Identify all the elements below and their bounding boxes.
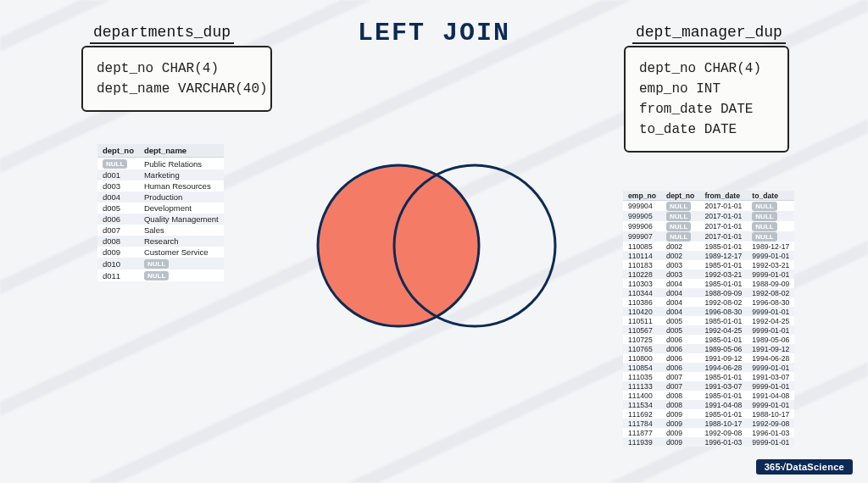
table-row: 110511d0051985-01-011992-04-25 xyxy=(623,316,794,325)
col-header: dept_no xyxy=(661,191,699,201)
table-row: d008Research xyxy=(97,236,224,247)
cell: 1985-01-01 xyxy=(699,316,747,325)
cell: NULL xyxy=(747,211,794,221)
cell: d005 xyxy=(661,325,699,335)
left-schema-name: departments_dup xyxy=(90,24,234,44)
cell: d003 xyxy=(661,260,699,269)
cell: Quality Management xyxy=(139,214,224,225)
cell: 1992-08-02 xyxy=(699,297,747,307)
cell: 1992-09-08 xyxy=(699,428,747,437)
cell: NULL xyxy=(661,221,699,231)
cell: 2017-01-01 xyxy=(699,221,747,231)
table-row: 110386d0041992-08-021996-08-30 xyxy=(623,297,794,307)
cell: d004 xyxy=(661,279,699,288)
cell: 1988-10-17 xyxy=(747,409,794,419)
cell: 110854 xyxy=(623,363,661,372)
cell: 1991-04-08 xyxy=(699,400,747,409)
cell: 111400 xyxy=(623,391,661,400)
right-schema-col: to_date DATE xyxy=(639,122,774,137)
cell: d008 xyxy=(661,391,699,400)
cell: d001 xyxy=(97,169,139,180)
cell: d006 xyxy=(661,363,699,372)
cell: 1985-01-01 xyxy=(699,242,747,251)
table-row: 999906NULL2017-01-01NULL xyxy=(623,221,794,231)
cell: 1991-03-07 xyxy=(699,381,747,391)
cell: 1992-03-21 xyxy=(699,269,747,279)
cell: 9999-01-01 xyxy=(747,269,794,279)
cell: 110303 xyxy=(623,279,661,288)
cell: d004 xyxy=(97,192,139,203)
table-row: 111877d0091992-09-081996-01-03 xyxy=(623,428,794,437)
cell: NULL xyxy=(97,158,139,170)
cell: NULL xyxy=(661,231,699,242)
cell: 110511 xyxy=(623,316,661,325)
null-pill: NULL xyxy=(752,202,776,211)
table-row: 110114d0021989-12-179999-01-01 xyxy=(623,251,794,260)
cell: 110183 xyxy=(623,260,661,269)
left-schema-box: dept_no CHAR(4) dept_name VARCHAR(40) xyxy=(81,46,272,112)
cell: 1996-01-03 xyxy=(747,428,794,437)
cell: 999904 xyxy=(623,201,661,212)
table-row: 110725d0061985-01-011989-05-06 xyxy=(623,335,794,344)
cell: NULL xyxy=(747,231,794,242)
cell: 1985-01-01 xyxy=(699,279,747,288)
left-schema-col: dept_no CHAR(4) xyxy=(97,61,257,76)
cell: 2017-01-01 xyxy=(699,211,747,221)
cell: 9999-01-01 xyxy=(747,400,794,409)
cell: 110085 xyxy=(623,242,661,251)
table-row: 110303d0041985-01-011988-09-09 xyxy=(623,279,794,288)
cell: 1992-04-25 xyxy=(699,325,747,335)
table-row: 110420d0041996-08-309999-01-01 xyxy=(623,307,794,316)
cell: d006 xyxy=(661,335,699,344)
right-schema-col: dept_no CHAR(4) xyxy=(639,61,774,76)
cell: 9999-01-01 xyxy=(747,307,794,316)
cell: 1991-03-07 xyxy=(747,372,794,381)
table-row: 110085d0021985-01-011989-12-17 xyxy=(623,242,794,251)
watermark-badge: 365√DataScience xyxy=(756,459,853,475)
cell: 1985-01-01 xyxy=(699,335,747,344)
cell: d002 xyxy=(661,242,699,251)
cell: NULL xyxy=(747,221,794,231)
null-pill: NULL xyxy=(666,222,691,231)
right-schema-col: from_date DATE xyxy=(639,102,774,117)
table-row: d004Production xyxy=(97,192,224,203)
cell: 1985-01-01 xyxy=(699,372,747,381)
col-header: dept_name xyxy=(139,144,224,158)
table-row: d011NULL xyxy=(97,269,224,281)
cell: NULL xyxy=(747,201,794,212)
cell: d009 xyxy=(97,247,139,258)
cell: NULL xyxy=(139,269,224,281)
cell: d007 xyxy=(661,372,699,381)
cell: 110765 xyxy=(623,344,661,353)
cell: NULL xyxy=(661,211,699,221)
null-pill: NULL xyxy=(666,232,691,242)
cell: 1992-04-25 xyxy=(747,316,794,325)
cell: 1991-09-12 xyxy=(699,353,747,363)
table-row: 110765d0061989-05-061991-09-12 xyxy=(623,344,794,353)
cell: 999907 xyxy=(623,231,661,242)
cell: 9999-01-01 xyxy=(747,325,794,335)
table-row: 999904NULL2017-01-01NULL xyxy=(623,201,794,212)
null-pill: NULL xyxy=(144,259,169,269)
cell: 1988-09-09 xyxy=(747,279,794,288)
table-row: 110800d0061991-09-121994-06-28 xyxy=(623,353,794,363)
cell: 111692 xyxy=(623,409,661,419)
right-schema-col: emp_no INT xyxy=(639,81,774,97)
table-row: 110344d0041988-09-091992-08-02 xyxy=(623,288,794,297)
null-pill: NULL xyxy=(752,232,776,242)
venn-diagram xyxy=(297,153,568,339)
cell: 111534 xyxy=(623,400,661,409)
table-row: 999907NULL2017-01-01NULL xyxy=(623,231,794,242)
cell: 1992-08-02 xyxy=(747,288,794,297)
table-row: 111400d0081985-01-011991-04-08 xyxy=(623,391,794,400)
cell: 9999-01-01 xyxy=(747,381,794,391)
table-row: d005Development xyxy=(97,203,224,214)
table-row: d009Customer Service xyxy=(97,247,224,258)
null-pill: NULL xyxy=(103,159,127,169)
cell: d004 xyxy=(661,297,699,307)
cell: 111939 xyxy=(623,437,661,447)
cell: 9999-01-01 xyxy=(747,363,794,372)
table-row: d010NULL xyxy=(97,258,224,269)
cell: Development xyxy=(139,203,224,214)
cell: 1988-09-09 xyxy=(699,288,747,297)
